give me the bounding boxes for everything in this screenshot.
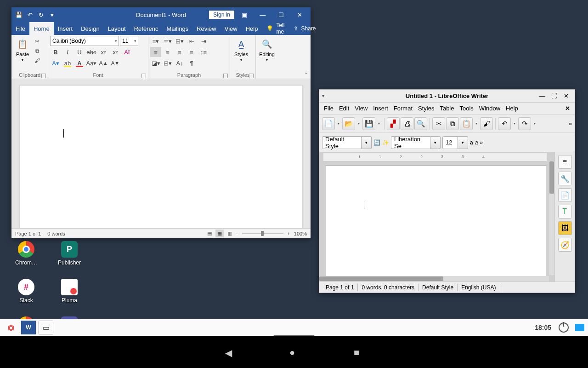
ribbon-display-icon[interactable]: ▣	[236, 9, 253, 20]
new-doc-icon[interactable]: 📄	[322, 117, 335, 130]
menu-help[interactable]: Help	[506, 105, 518, 112]
lo-maximize-icon[interactable]: ⛶	[548, 92, 560, 101]
subscript-button[interactable]: x2	[98, 47, 109, 57]
task-writer-icon[interactable]: ▭	[39, 321, 53, 334]
clock[interactable]: 18:05	[535, 324, 551, 331]
save-icon[interactable]: 💾	[14, 10, 23, 19]
bullets-button[interactable]: ≡▾	[150, 36, 161, 46]
strike-button[interactable]: abc	[86, 47, 97, 57]
zoom-out-icon[interactable]: −	[236, 231, 238, 236]
styles-button[interactable]: A̲ Styles ▾	[232, 36, 250, 71]
redo-icon[interactable]: ↷	[518, 117, 531, 130]
print-layout-icon[interactable]: ▦	[215, 230, 224, 237]
underline-button[interactable]: U	[74, 47, 85, 57]
italic-button[interactable]: a	[475, 139, 478, 146]
tell-me-button[interactable]: 💡Tell me	[262, 22, 289, 35]
start-icon[interactable]: ⏣	[4, 321, 18, 334]
word-page[interactable]	[20, 86, 302, 228]
copy-icon[interactable]: ⧉	[33, 46, 42, 56]
shading-button[interactable]: ◪▾	[150, 58, 161, 68]
highlight-button[interactable]: ab	[62, 58, 73, 68]
lo-status-lang[interactable]: English (USA)	[458, 284, 500, 291]
change-case-button[interactable]: Aa▾	[86, 58, 97, 68]
save-icon[interactable]: 💾	[362, 117, 375, 130]
borders-button[interactable]: ⊞▾	[162, 58, 173, 68]
share-button[interactable]: ⇪Share	[289, 22, 320, 35]
sort-button[interactable]: A↓	[174, 58, 185, 68]
pdf-icon[interactable]: ▞	[387, 117, 400, 130]
close-icon[interactable]: ✕	[291, 9, 308, 20]
tab-home[interactable]: Home	[29, 22, 54, 35]
paragraph-dialog-icon[interactable]	[223, 74, 228, 78]
close-document-icon[interactable]: ✕	[565, 105, 570, 112]
clear-format-icon[interactable]: A⃠	[122, 47, 133, 57]
lo-titlebar[interactable]: ▾ Untitled 1 - LibreOffice Writer — ⛶ ✕	[319, 90, 575, 103]
italic-button[interactable]: I	[62, 47, 73, 57]
copy-icon[interactable]: ⧉	[446, 117, 459, 130]
gallery-panel-icon[interactable]: 🖼	[558, 221, 572, 235]
toolbar-more-icon[interactable]: »	[569, 121, 572, 127]
qat-more-icon[interactable]: ▾	[47, 10, 57, 19]
justify-button[interactable]: ≡	[186, 47, 197, 57]
menu-view[interactable]: View	[355, 105, 368, 112]
shrink-font-button[interactable]: A▼	[110, 58, 121, 68]
menu-format[interactable]: Format	[394, 105, 413, 112]
tab-review[interactable]: Review	[192, 22, 220, 35]
maximize-icon[interactable]: ☐	[273, 9, 289, 20]
font-size-combo[interactable]: 12▾	[442, 136, 468, 149]
line-spacing-button[interactable]: ↕≡	[198, 47, 209, 57]
lo-document-area[interactable]: 1122334	[319, 152, 554, 282]
lo-page[interactable]	[326, 165, 546, 282]
paste-button[interactable]: 📋 Paste ▾	[13, 36, 32, 71]
zoom-in-icon[interactable]: +	[287, 231, 290, 236]
horizontal-scrollbar[interactable]	[319, 276, 549, 282]
dec-indent-button[interactable]: ⇤	[186, 36, 197, 46]
formatbar-more-icon[interactable]: »	[480, 139, 483, 146]
status-words[interactable]: 0 words	[47, 231, 65, 236]
font-name-combo[interactable]: Liberation Se▾	[391, 136, 441, 149]
tab-references[interactable]: Referenc	[130, 22, 163, 35]
bold-button[interactable]: B	[50, 47, 61, 57]
horizontal-ruler[interactable]: 1122334	[323, 152, 547, 161]
tab-design[interactable]: Design	[77, 22, 103, 35]
para-style-combo[interactable]: Default Style▾	[322, 136, 372, 149]
signin-button[interactable]: Sign in	[209, 11, 234, 19]
menu-file[interactable]: File	[324, 105, 334, 112]
vertical-scrollbar[interactable]	[549, 161, 554, 275]
window-menu-icon[interactable]: ▾	[322, 93, 324, 98]
home-icon[interactable]: ●	[289, 347, 299, 356]
inc-indent-button[interactable]: ⇥	[198, 36, 209, 46]
format-painter-icon[interactable]: 🖌	[33, 56, 42, 65]
multilevel-button[interactable]: ⊞▾	[174, 36, 185, 46]
open-icon[interactable]: 📂	[342, 117, 355, 130]
cut-icon[interactable]: ✂	[432, 117, 445, 130]
back-icon[interactable]: ◀	[225, 347, 234, 356]
task-word-icon[interactable]: W	[21, 321, 36, 334]
lo-status-page[interactable]: Page 1 of 1	[322, 284, 358, 291]
lo-status-words[interactable]: 0 words, 0 characters	[358, 284, 418, 291]
editing-button[interactable]: 🔍 Editing ▾	[258, 36, 276, 71]
styles-panel-icon[interactable]: T	[558, 205, 572, 218]
sidebar-menu-icon[interactable]: ≡	[558, 155, 572, 169]
font-size-combo[interactable]: 11▾	[120, 36, 138, 46]
zoom-level[interactable]: 100%	[294, 231, 307, 236]
font-name-combo[interactable]: Calibri (Body)▾	[50, 36, 119, 46]
show-desktop-icon[interactable]	[575, 324, 584, 331]
font-dialog-icon[interactable]	[141, 74, 146, 78]
desktop-icon-publisher[interactable]: P Publisher	[54, 241, 85, 266]
word-titlebar[interactable]: 💾 ↶ ↻ ▾ Document1 - Word Sign in ▣ — ☐ ✕	[11, 7, 311, 22]
navigator-panel-icon[interactable]: 🧭	[558, 238, 572, 252]
zoom-slider[interactable]	[242, 233, 283, 234]
lo-close-icon[interactable]: ✕	[560, 92, 572, 101]
menu-insert[interactable]: Insert	[373, 105, 388, 112]
print-icon[interactable]: 🖨	[401, 117, 413, 130]
paste-icon[interactable]: 📋	[460, 117, 473, 130]
tab-file[interactable]: File	[11, 22, 29, 35]
tab-layout[interactable]: Layout	[104, 22, 130, 35]
align-right-button[interactable]: ≡	[174, 47, 185, 57]
word-document-area[interactable]	[11, 79, 311, 228]
properties-panel-icon[interactable]: 🔧	[558, 172, 572, 185]
menu-tools[interactable]: Tools	[459, 105, 473, 112]
redo-icon[interactable]: ↻	[36, 10, 45, 19]
power-icon[interactable]	[559, 322, 569, 333]
